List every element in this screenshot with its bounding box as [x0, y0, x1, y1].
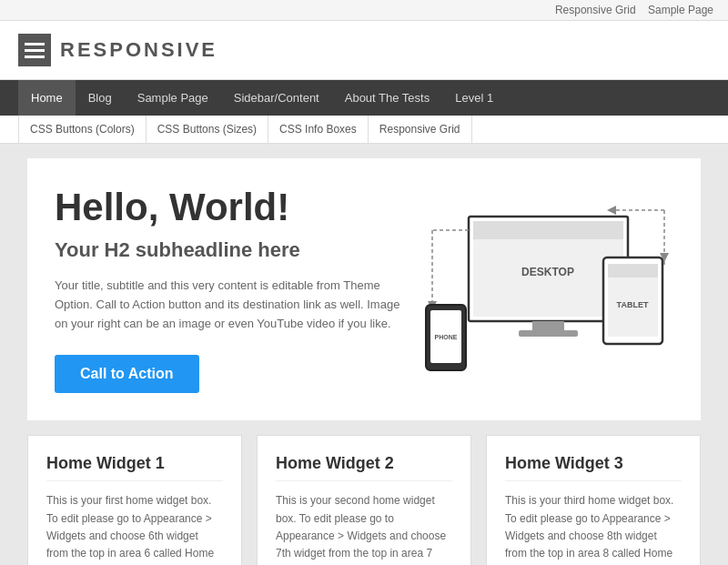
widget-3-text: This is your third home widget box. To e… [505, 492, 682, 565]
desktop-label: DESKTOP [521, 266, 574, 278]
svg-text:PHONE: PHONE [435, 334, 458, 340]
widget-box-2: Home Widget 2 This is your second home w… [257, 435, 471, 565]
widget-2-title: Home Widget 2 [276, 454, 452, 481]
svg-rect-6 [473, 221, 623, 239]
hero-section: Hello, World! Your H2 subheadline here Y… [27, 158, 701, 420]
nav-item-sample[interactable]: Sample Page [125, 80, 221, 116]
device-mockup-svg: DESKTOP TABLET PHONE [423, 203, 669, 376]
subnav-css-buttons-colors[interactable]: CSS Buttons (Colors) [18, 116, 147, 143]
site-header: RESPONSIVE [0, 21, 728, 80]
nav-item-sidebar[interactable]: Sidebar/Content [221, 80, 332, 116]
svg-text:TABLET: TABLET [617, 300, 649, 309]
widget-3-title: Home Widget 3 [505, 454, 682, 481]
hero-image: DESKTOP TABLET PHONE [419, 203, 673, 376]
subnav-responsive-grid[interactable]: Responsive Grid [369, 116, 472, 143]
svg-marker-3 [607, 206, 616, 215]
nav-item-level1[interactable]: Level 1 [442, 80, 506, 116]
hero-h1: Hello, World! [55, 186, 400, 229]
hero-description: Your title, subtitle and this very conte… [55, 277, 400, 333]
topbar-link-grid[interactable]: Responsive Grid [555, 4, 636, 16]
cta-button[interactable]: Call to Action [55, 355, 199, 393]
hero-text: Hello, World! Your H2 subheadline here Y… [55, 186, 400, 393]
widget-1-title: Home Widget 1 [46, 454, 223, 481]
site-title: RESPONSIVE [60, 38, 217, 62]
svg-rect-14 [608, 264, 658, 277]
content-wrapper: Hello, World! Your H2 subheadline here Y… [18, 158, 710, 565]
hero-h2: Your H2 subheadline here [55, 238, 400, 262]
nav-item-home[interactable]: Home [18, 80, 76, 116]
logo-icon [18, 34, 51, 66]
svg-rect-7 [532, 321, 564, 330]
widget-box-3: Home Widget 3 This is your third home wi… [486, 435, 701, 565]
nav-item-about[interactable]: About The Tests [332, 80, 442, 116]
widget-2-text: This is your second home widget box. To … [276, 492, 452, 565]
subnav-css-info-boxes[interactable]: CSS Info Boxes [268, 116, 369, 143]
widgets-row: Home Widget 1 This is your first home wi… [27, 435, 701, 565]
topbar-link-sample[interactable]: Sample Page [648, 4, 713, 16]
widget-box-1: Home Widget 1 This is your first home wi… [27, 435, 242, 565]
subnav-css-buttons-sizes[interactable]: CSS Buttons (Sizes) [147, 116, 268, 143]
sub-nav: CSS Buttons (Colors) CSS Buttons (Sizes)… [0, 116, 728, 144]
top-bar: Responsive Grid Sample Page [0, 0, 728, 21]
nav-item-blog[interactable]: Blog [76, 80, 125, 116]
site-logo: RESPONSIVE [18, 34, 217, 66]
svg-rect-8 [519, 330, 578, 337]
main-nav: Home Blog Sample Page Sidebar/Content Ab… [0, 80, 728, 116]
widget-1-text: This is your first home widget box. To e… [46, 492, 223, 565]
